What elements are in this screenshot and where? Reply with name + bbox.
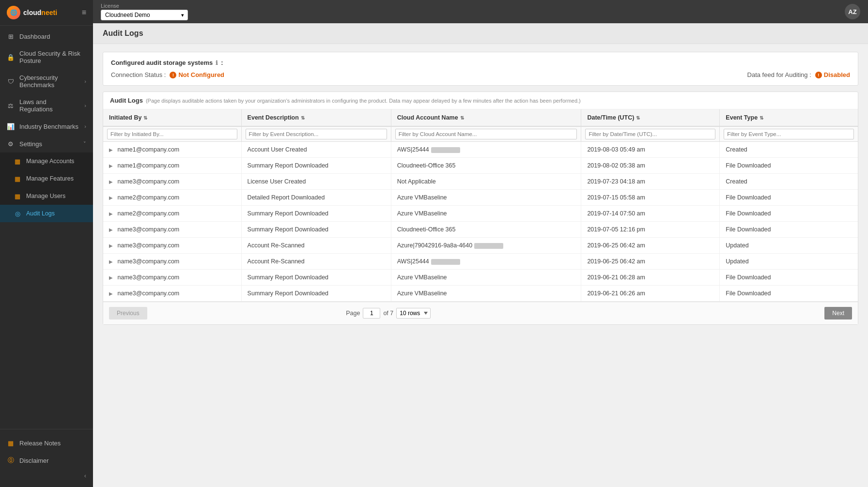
expand-icon-5[interactable]: ▶ bbox=[109, 227, 113, 232]
collapse-button[interactable]: ‹ bbox=[0, 469, 93, 482]
laws-icon: ⚖ bbox=[7, 102, 15, 109]
config-section-title: Configured audit storage systems ℹ : bbox=[111, 59, 850, 66]
expand-icon-1[interactable]: ▶ bbox=[109, 163, 113, 168]
main-content: License Cloudneeti Demo AZ Audit Logs Co… bbox=[93, 0, 868, 487]
expand-icon-3[interactable]: ▶ bbox=[109, 195, 113, 200]
cell-event-type-7: Updated bbox=[720, 254, 858, 270]
filter-initiated-by[interactable] bbox=[107, 129, 237, 139]
chevron-right-icon-3: › bbox=[84, 123, 86, 129]
table-row: ▶ name3@company.com Account Re-Scanned A… bbox=[103, 238, 858, 254]
cell-expand-6: ▶ name3@company.com bbox=[103, 238, 241, 254]
sort-icon-initiated[interactable]: ⇅ bbox=[143, 115, 147, 121]
sidebar-footer: ▦ Release Notes ⓪ Disclaimer ‹ bbox=[0, 429, 93, 487]
sidebar-item-dashboard[interactable]: ⊞ Dashboard bbox=[0, 28, 93, 45]
cell-event-type-1: File Downloaded bbox=[720, 158, 858, 174]
features-icon: ▦ bbox=[14, 175, 21, 183]
table-row: ▶ name3@company.com License User Created… bbox=[103, 174, 858, 190]
sidebar-item-manage-accounts[interactable]: ▦ Manage Accounts bbox=[0, 152, 93, 170]
sidebar-item-manage-features-label: Manage Features bbox=[26, 175, 74, 182]
chevron-right-icon: › bbox=[84, 78, 86, 84]
chevron-down-icon: ˅ bbox=[83, 141, 86, 147]
content-body: Configured audit storage systems ℹ : Con… bbox=[93, 44, 868, 333]
chevron-right-icon-2: › bbox=[84, 103, 86, 108]
expand-icon-6[interactable]: ▶ bbox=[109, 243, 113, 248]
sidebar-item-cloud-security[interactable]: 🔒 Cloud Security & Risk Posture bbox=[0, 45, 93, 69]
table-row: ▶ name1@company.com Account User Created… bbox=[103, 142, 858, 158]
sidebar-item-disclaimer-label: Disclaimer bbox=[19, 457, 49, 464]
audit-logs-header: Audit Logs (Page displays auditable acti… bbox=[103, 92, 858, 109]
cell-event-type-6: Updated bbox=[720, 238, 858, 254]
sidebar-item-industry-label: Industry Benchmarks bbox=[19, 123, 78, 130]
sidebar-item-laws-label: Laws and Regulations bbox=[19, 98, 79, 113]
expand-icon-0[interactable]: ▶ bbox=[109, 147, 113, 152]
cell-datetime-4: 2019-07-14 07:50 am bbox=[581, 206, 720, 222]
page-number-input[interactable] bbox=[363, 308, 380, 319]
sidebar-nav: ⊞ Dashboard 🔒 Cloud Security & Risk Post… bbox=[0, 26, 93, 429]
cell-cloud-account-2: Not Applicable bbox=[391, 174, 581, 190]
filter-event-description-cell bbox=[241, 126, 391, 142]
topbar: License Cloudneeti Demo AZ bbox=[93, 0, 868, 23]
table-body: ▶ name1@company.com Account User Created… bbox=[103, 142, 858, 302]
cell-cloud-account-9: Azure VMBaseline bbox=[391, 286, 581, 302]
sort-icon-event[interactable]: ⇅ bbox=[301, 115, 305, 121]
cell-cloud-account-6: Azure|79042916-9a8a-4640 bbox=[391, 238, 581, 254]
filter-event-type[interactable] bbox=[724, 129, 854, 139]
dashboard-icon: ⊞ bbox=[7, 32, 15, 40]
sort-icon-account[interactable]: ⇅ bbox=[460, 115, 464, 121]
cell-initiated-by-3: name2@company.com bbox=[117, 194, 179, 201]
sidebar-item-release-notes[interactable]: ▦ Release Notes bbox=[0, 434, 93, 452]
cell-initiated-by-1: name1@company.com bbox=[117, 162, 179, 169]
sidebar-item-manage-accounts-label: Manage Accounts bbox=[26, 158, 74, 165]
cell-expand-8: ▶ name3@company.com bbox=[103, 270, 241, 286]
expand-icon-2[interactable]: ▶ bbox=[109, 179, 113, 184]
expand-icon-8[interactable]: ▶ bbox=[109, 275, 113, 280]
cell-event-description-4: Summary Report Downloaded bbox=[241, 206, 391, 222]
hamburger-icon[interactable]: ≡ bbox=[82, 8, 86, 17]
expand-icon-4[interactable]: ▶ bbox=[109, 211, 113, 216]
filter-datetime[interactable] bbox=[585, 129, 715, 139]
expand-icon-7[interactable]: ▶ bbox=[109, 259, 113, 264]
sidebar-item-cybersecurity[interactable]: 🛡 Cybersecurity Benchmarks › bbox=[0, 69, 93, 93]
next-button[interactable]: Next bbox=[824, 307, 852, 320]
table-row: ▶ name3@company.com Account Re-Scanned A… bbox=[103, 254, 858, 270]
sidebar-item-industry[interactable]: 📊 Industry Benchmarks › bbox=[0, 118, 93, 135]
sidebar-item-laws[interactable]: ⚖ Laws and Regulations › bbox=[0, 93, 93, 118]
cell-datetime-7: 2019-06-25 06:42 am bbox=[581, 254, 720, 270]
license-select[interactable]: Cloudneeti Demo bbox=[101, 10, 188, 20]
filter-event-description[interactable] bbox=[246, 129, 387, 139]
th-event-type: Event Type ⇅ bbox=[720, 109, 858, 126]
sidebar-item-manage-users[interactable]: ▦ Manage Users bbox=[0, 187, 93, 205]
cell-cloud-account-5: Cloudneeti-Office 365 bbox=[391, 222, 581, 238]
cell-expand-4: ▶ name2@company.com bbox=[103, 206, 241, 222]
th-cloud-account: Cloud Account Name ⇅ bbox=[391, 109, 581, 126]
rows-per-page-select[interactable]: 10 rows 25 rows 50 rows bbox=[396, 308, 431, 319]
disclaimer-icon: ⓪ bbox=[7, 457, 15, 464]
cell-cloud-account-8: Azure VMBaseline bbox=[391, 270, 581, 286]
sidebar-item-audit-logs-label: Audit Logs bbox=[26, 210, 55, 217]
sidebar-item-audit-logs[interactable]: ◎ Audit Logs bbox=[0, 205, 93, 222]
cell-event-type-3: File Downloaded bbox=[720, 190, 858, 206]
collapse-icon: ‹ bbox=[84, 472, 86, 479]
cell-event-type-8: File Downloaded bbox=[720, 270, 858, 286]
cell-event-description-1: Summary Report Downloaded bbox=[241, 158, 391, 174]
sort-icon-type[interactable]: ⇅ bbox=[760, 115, 763, 121]
sidebar-item-cloud-security-label: Cloud Security & Risk Posture bbox=[19, 50, 86, 64]
th-initiated-by: Initiated By ⇅ bbox=[103, 109, 241, 126]
cell-datetime-6: 2019-06-25 06:42 am bbox=[581, 238, 720, 254]
cell-expand-3: ▶ name2@company.com bbox=[103, 190, 241, 206]
cell-cloud-account-3: Azure VMBaseline bbox=[391, 190, 581, 206]
sidebar-item-release-notes-label: Release Notes bbox=[19, 440, 61, 447]
cell-event-type-5: File Downloaded bbox=[720, 222, 858, 238]
filter-cloud-account[interactable] bbox=[395, 129, 577, 139]
sidebar-item-manage-features[interactable]: ▦ Manage Features bbox=[0, 170, 93, 187]
sort-icon-datetime[interactable]: ⇅ bbox=[636, 115, 640, 121]
previous-button[interactable]: Previous bbox=[109, 307, 147, 320]
cell-event-type-4: File Downloaded bbox=[720, 206, 858, 222]
user-avatar[interactable]: AZ bbox=[845, 4, 860, 19]
sidebar-item-disclaimer[interactable]: ⓪ Disclaimer bbox=[0, 452, 93, 469]
cell-event-description-6: Account Re-Scanned bbox=[241, 238, 391, 254]
config-section: Configured audit storage systems ℹ : Con… bbox=[103, 52, 858, 86]
cell-event-description-9: Summary Report Downloaded bbox=[241, 286, 391, 302]
sidebar-item-settings[interactable]: ⚙ Settings ˅ bbox=[0, 135, 93, 152]
expand-icon-9[interactable]: ▶ bbox=[109, 291, 113, 296]
